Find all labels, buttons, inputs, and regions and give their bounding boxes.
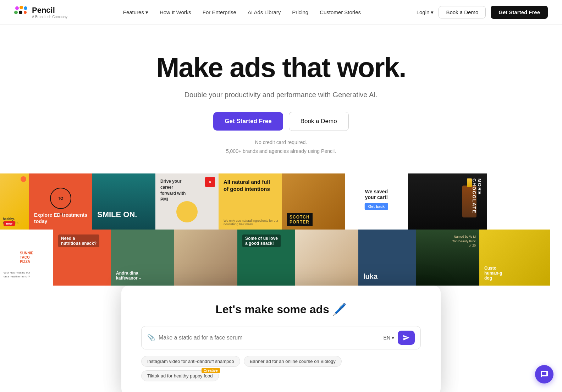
paperclip-icon: 📎: [147, 334, 155, 342]
ad-r2-beard: [295, 230, 358, 286]
ad-prompt-input[interactable]: [159, 335, 375, 341]
login-button[interactable]: Login ▾: [417, 9, 434, 16]
suggestion-chips: Instagram video for anti-dandruff shampo…: [141, 356, 421, 381]
book-demo-button-hero[interactable]: Book a Demo: [289, 112, 349, 131]
get-started-button-hero[interactable]: Get Started Free: [213, 112, 283, 131]
hero-note: No credit card required. 5,000+ brands a…: [14, 138, 548, 156]
chevron-down-icon: ▾: [431, 9, 434, 16]
logo-name: Pencil: [32, 6, 67, 15]
ad-card-choc-text: MORE CHOCOLATE: [472, 178, 482, 230]
ad-card-natural-text: All natural and full of good intentions: [224, 178, 273, 192]
book-demo-button-nav[interactable]: Book a Demo: [439, 6, 486, 18]
svg-point-5: [24, 11, 27, 14]
ad-gallery: healthy. ally lunch. now TO roman Explor…: [0, 173, 562, 286]
svg-point-4: [19, 11, 22, 14]
chip-dandruff[interactable]: Instagram video for anti-dandruff shampo…: [141, 356, 240, 367]
nav-features[interactable]: Features ▾: [123, 9, 148, 16]
ad-r2-man: [174, 230, 237, 286]
nav-for-enterprise[interactable]: For Enterprise: [203, 9, 236, 15]
chat-icon: [540, 370, 549, 379]
gallery-row-2: SUNNIETACOPIZZA your kids missing outon …: [0, 230, 562, 286]
ad-card-scotch: SCOTCHPORTER: [282, 173, 345, 230]
search-bar: 📎 EN ▾: [141, 326, 421, 349]
ad-r2-luka-text: luka: [363, 272, 378, 281]
hero-section: Make ads that work. Double your producti…: [0, 25, 562, 173]
send-icon: [403, 334, 410, 341]
nav-actions: Login ▾ Book a Demo Get Started Free: [417, 6, 548, 19]
ad-card-natural: All natural and full of good intentions …: [219, 173, 282, 230]
ad-r2-luka: luka: [358, 230, 416, 286]
ad-card-ed-text: Explore ED treatments today: [34, 212, 92, 225]
make-ads-section: Let's make some ads 🖊️ 📎 EN ▾ Instagram …: [0, 286, 562, 392]
navbar: Pencil A Brandtech Company Features ▾ Ho…: [0, 0, 562, 25]
hero-buttons: Get Started Free Book a Demo: [14, 112, 548, 131]
logo-sub: A Brandtech Company: [32, 15, 67, 19]
chat-bubble[interactable]: [535, 365, 553, 383]
language-selector[interactable]: EN ▾: [379, 335, 394, 341]
nav-links: Features ▾ How It Works For Enterprise A…: [123, 9, 361, 16]
ad-card-smile-text: SMILE ON.: [97, 210, 137, 219]
get-started-button-nav[interactable]: Get Started Free: [491, 6, 548, 19]
chevron-down-icon: ▾: [392, 335, 394, 341]
logo[interactable]: Pencil A Brandtech Company: [14, 5, 67, 20]
nav-customer-stories[interactable]: Customer Stories: [320, 9, 361, 15]
svg-point-3: [14, 11, 18, 14]
gallery-row-1: healthy. ally lunch. now TO roman Explor…: [0, 173, 562, 230]
make-ads-title: Let's make some ads 🖊️: [141, 303, 421, 316]
ad-card-saved-cart: We savedyour cart! Get back: [345, 173, 408, 230]
svg-point-1: [20, 6, 23, 9]
chevron-down-icon: ▾: [145, 9, 148, 16]
nav-ai-ads-library[interactable]: AI Ads Library: [248, 9, 281, 15]
ad-card-partial: healthy. ally lunch. now: [0, 173, 29, 230]
ad-r2-kaffe-text: Ändra dinakaffevanor –: [116, 271, 141, 281]
pencil-logo-icon: [14, 5, 28, 20]
hero-subheadline: Double your productivity and performance…: [14, 91, 548, 99]
ad-card-chocolate: MORE CHOCOLATE: [408, 173, 487, 230]
ad-r2-yellow: Custohuman-gdog: [479, 230, 550, 286]
ad-card-smile: SMILE ON.: [92, 173, 155, 230]
ad-card-ed: TO roman Explore ED treatments today: [29, 173, 92, 230]
svg-point-2: [24, 6, 27, 10]
svg-point-0: [15, 6, 19, 10]
nav-how-it-works[interactable]: How It Works: [160, 9, 191, 15]
ad-r2-snack-text: Some of us lovea good snack!: [242, 234, 281, 247]
ad-card-pmi: Drive your career forward with PMI R: [155, 173, 219, 230]
make-ads-panel: Let's make some ads 🖊️ 📎 EN ▾ Instagram …: [121, 286, 441, 392]
ad-r2-nutritious-text: Need anutritious snack?: [58, 234, 99, 247]
ad-r2-kaffe: Ändra dinakaffevanor –: [111, 230, 174, 286]
ad-r2-sunnie: SUNNIETACOPIZZA your kids missing outon …: [0, 230, 53, 286]
ad-r2-forest: Named by W MTop Beauty Procof 20: [416, 230, 479, 286]
ad-r2-snack: Some of us lovea good snack!: [237, 230, 295, 286]
chip-puppy[interactable]: Tiktok ad for healthy puppy food: [141, 370, 219, 381]
hero-headline: Make ads that work.: [14, 53, 548, 82]
chip-biology[interactable]: Banner ad for an online course on Biolog…: [244, 356, 342, 367]
generate-button[interactable]: [398, 331, 415, 345]
nav-pricing[interactable]: Pricing: [292, 9, 308, 15]
ad-r2-nutritious: Need anutritious snack?: [53, 230, 111, 286]
